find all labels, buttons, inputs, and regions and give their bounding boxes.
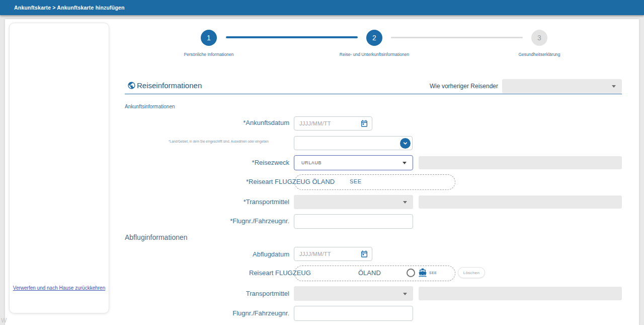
arrival-info-heading: Ankunftsinformationen: [125, 104, 175, 109]
departure-info-heading: Abfluginformationen: [125, 233, 188, 241]
sidebar-card: Verwerfen und nach Hause zurückkehren: [9, 23, 109, 313]
globe-icon: [127, 81, 136, 90]
departure-date-field: [294, 247, 372, 261]
arrival-transport-disabled-input: [419, 196, 622, 209]
departure-travel-type-radio[interactable]: [407, 269, 415, 277]
step-1-circle[interactable]: 1: [201, 30, 217, 46]
watermark-text: W: [1, 317, 7, 324]
chevron-down-icon: [403, 141, 408, 146]
departure-vehicle-no-label: Flugnr./Fahrzeugnr.: [123, 309, 289, 317]
step-3-circle[interactable]: 3: [531, 30, 547, 46]
departure-travel-type-option-oland[interactable]: ÖLAND: [358, 269, 381, 277]
departure-vehicle-no-input[interactable]: [294, 306, 413, 321]
arrival-vehicle-no-input[interactable]: [294, 214, 413, 229]
arrival-transport-select[interactable]: [294, 195, 413, 209]
calendar-icon[interactable]: [360, 119, 368, 127]
discard-and-return-home-link[interactable]: Verwerfen und nach Hause zurückkehren: [10, 285, 109, 291]
step-2-label: Reise- und Unterkunftsinformationen: [329, 52, 420, 57]
ship-icon[interactable]: [418, 268, 427, 277]
top-nav-bar: Ankunftskarte > Ankunftskarte hinzufügen: [0, 0, 644, 15]
embark-country-expand-button[interactable]: [400, 138, 411, 149]
section-title: Reiseinformationen: [137, 81, 202, 90]
arrival-card-page: Verwerfen und nach Hause zurückkehren W …: [0, 0, 644, 325]
step-2-circle[interactable]: 2: [366, 30, 382, 46]
arrival-date-label: *Ankunftsdatum: [123, 119, 289, 126]
chevron-down-icon: [403, 201, 407, 204]
departure-travel-type-option-see[interactable]: SEE: [429, 271, 437, 275]
calendar-icon[interactable]: [360, 250, 368, 258]
travel-purpose-detail-disabled-input: [419, 156, 622, 169]
embark-country-input[interactable]: [294, 136, 413, 150]
stepper-connector-1: [226, 36, 358, 38]
travel-purpose-value: URLAUB: [301, 160, 321, 165]
stepper-connector-2: [391, 37, 523, 38]
previous-traveler-label: Wie vorheriger Reisender: [397, 83, 498, 90]
chevron-down-icon: [403, 293, 407, 295]
embark-country-label: *Land/Gebiet, in dem Sie eingeschifft si…: [103, 140, 269, 143]
departure-date-label: Abflugdatum: [123, 250, 289, 258]
arrival-vehicle-no-label: *Flugnr./Fahrzeugnr.: [123, 217, 289, 225]
breadcrumb[interactable]: Ankunftskarte > Ankunftskarte hinzufügen: [14, 5, 125, 11]
section-divider: [125, 94, 622, 94]
step-1-label: Persönliche Informationen: [171, 52, 247, 57]
chevron-down-icon: [612, 85, 616, 88]
step-3-label: Gesundheitserklärung: [502, 52, 577, 57]
departure-transport-disabled-input: [419, 287, 622, 300]
arrival-transport-label: *Transportmittel: [123, 198, 289, 206]
travel-purpose-select[interactable]: URLAUB: [294, 155, 413, 170]
arrival-travel-type-label: *Reiseart FLUGZEUG ÖLAND: [246, 178, 335, 185]
previous-traveler-select[interactable]: [502, 79, 622, 93]
travel-purpose-label: *Reisezweck: [123, 159, 289, 166]
departure-transport-select[interactable]: [294, 286, 413, 301]
departure-transport-label: Transportmittel: [123, 290, 289, 297]
arrival-date-field: [294, 116, 372, 131]
delete-button[interactable]: Löschen: [458, 267, 485, 278]
chevron-down-icon: [403, 162, 407, 164]
arrival-travel-type-option-see[interactable]: SEE: [350, 178, 362, 184]
departure-travel-type-label: Reiseart FLUGZEUG: [249, 269, 311, 277]
